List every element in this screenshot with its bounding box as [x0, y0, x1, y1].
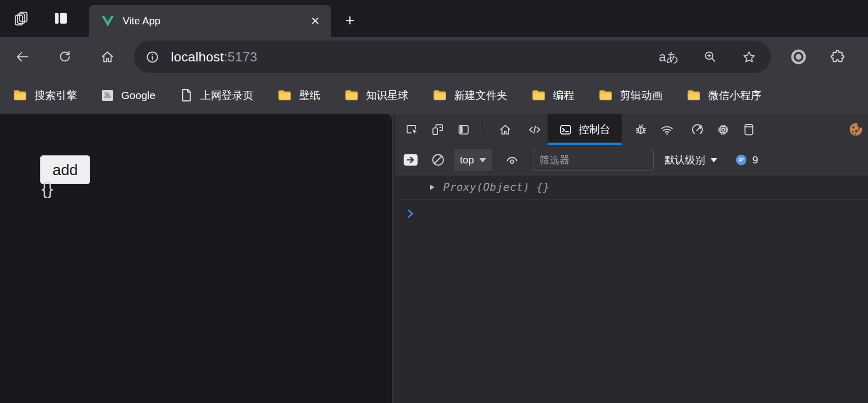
chevron-down-icon — [710, 158, 717, 162]
new-tab-button[interactable]: + — [339, 9, 361, 31]
chevron-down-icon — [479, 158, 486, 162]
home-button[interactable] — [94, 44, 121, 70]
bookmark-label: 上网登录页 — [200, 88, 254, 103]
record-extension-icon[interactable] — [790, 48, 807, 65]
cookie-icon — [848, 121, 864, 138]
javascript-context-dropdown[interactable]: top — [454, 149, 492, 171]
folder-icon — [598, 87, 613, 103]
console-prompt-row[interactable] — [395, 203, 868, 225]
stacked-pages-icon — [14, 11, 29, 26]
bookmark-item[interactable]: 搜索引擎 — [12, 87, 77, 103]
bookmark-label: 编程 — [553, 88, 574, 103]
bookmark-label: 知识星球 — [366, 88, 409, 103]
devtools-panel: 控制台 — [395, 114, 868, 403]
filter-input[interactable] — [533, 149, 654, 171]
inspect-cursor-icon — [405, 123, 419, 137]
page-viewport: add {} — [0, 114, 392, 403]
wifi-icon — [660, 122, 674, 137]
tab-application[interactable] — [740, 120, 758, 139]
tab-debugger[interactable] — [632, 120, 650, 139]
url-host: localhost — [171, 49, 224, 64]
context-value: top — [460, 154, 474, 166]
content-area: add {} — [0, 114, 868, 403]
sidebar-toggle-icon[interactable] — [50, 7, 72, 29]
braces-text: {} — [42, 179, 53, 198]
prompt-chevron-icon — [404, 207, 417, 220]
tab-welcome[interactable] — [496, 120, 514, 139]
folder-icon — [531, 87, 547, 103]
bookmark-item[interactable]: 知识星球 — [344, 87, 409, 103]
navigation-toolbar: localhost:5173 aあ — [0, 37, 868, 77]
reload-icon — [57, 49, 73, 64]
bookmark-label: 剪辑动画 — [620, 88, 663, 103]
vue-logo-icon — [101, 14, 115, 28]
extensions-puzzle-icon[interactable] — [829, 49, 846, 65]
issues-bubble-icon — [735, 153, 748, 166]
back-button[interactable] — [9, 44, 35, 70]
console-tab-label: 控制台 — [578, 122, 610, 137]
log-levels-dropdown[interactable]: 默认级别 — [665, 153, 717, 167]
tab-elements[interactable] — [525, 120, 544, 139]
bookmark-label: 微信小程序 — [708, 88, 762, 103]
firefox-view-icon[interactable] — [10, 7, 32, 29]
dock-side-button[interactable] — [454, 120, 473, 139]
devtools-tab-bar: 控制台 — [395, 114, 868, 145]
console-log-row[interactable]: Proxy(Object) {} — [395, 176, 868, 199]
tab-network[interactable] — [658, 120, 676, 139]
house-icon — [498, 123, 512, 137]
tab-title: Vite App — [123, 15, 311, 27]
google-favicon — [100, 88, 115, 103]
folder-icon — [344, 87, 359, 103]
home-icon — [100, 49, 115, 64]
tab-console-active[interactable]: 控制台 — [548, 114, 622, 145]
tab-strip: Vite App ✕ + — [0, 0, 868, 37]
bookmark-label: 壁纸 — [299, 88, 320, 103]
clear-console-icon[interactable] — [430, 152, 446, 167]
console-icon — [559, 123, 572, 137]
issues-counter[interactable]: 9 — [735, 153, 758, 166]
tab-close-icon[interactable]: ✕ — [311, 15, 320, 28]
console-output: Proxy(Object) {} — [395, 176, 868, 403]
bookmark-star-icon[interactable] — [742, 50, 756, 64]
inspect-element-button[interactable] — [403, 120, 421, 139]
code-brackets-icon — [527, 122, 542, 137]
bookmark-item[interactable]: 剪辑动画 — [598, 87, 663, 103]
page-icon — [179, 88, 194, 103]
responsive-devices-icon — [431, 123, 445, 137]
bookmarks-bar: 搜索引擎 Google 上网登录页 壁纸 知识星球 新建文件夹 编程 剪辑动画 — [0, 77, 868, 114]
zoom-in-icon[interactable] — [703, 50, 717, 64]
folder-icon — [686, 87, 702, 103]
live-expression-eye-icon[interactable] — [504, 152, 520, 167]
back-arrow-icon — [15, 49, 30, 64]
translate-icon[interactable]: aあ — [659, 51, 679, 63]
activity-bar-toggle-icon[interactable] — [402, 152, 419, 167]
bookmark-item[interactable]: 微信小程序 — [686, 87, 762, 103]
bug-icon — [634, 122, 648, 137]
tab-memory[interactable] — [714, 120, 732, 139]
url-text: localhost:5173 — [171, 49, 635, 65]
bookmark-item[interactable]: Google — [100, 88, 156, 103]
bookmark-item[interactable]: 新建文件夹 — [432, 87, 508, 103]
bookmark-label: 新建文件夹 — [454, 88, 508, 103]
site-info-icon[interactable] — [145, 50, 160, 64]
issues-count: 9 — [752, 154, 758, 166]
browser-tab[interactable]: Vite App ✕ — [89, 5, 331, 37]
cookie-extension-icon[interactable] — [847, 120, 865, 139]
device-emulation-button[interactable] — [428, 120, 447, 139]
levels-label: 默认级别 — [665, 153, 705, 167]
tab-performance[interactable] — [688, 120, 706, 139]
console-toolbar: top 默认级别 9 — [395, 145, 868, 175]
expand-triangle-icon[interactable] — [428, 184, 436, 191]
log-preview-text: Proxy(Object) {} — [443, 181, 550, 193]
bookmark-item[interactable]: 壁纸 — [277, 87, 320, 103]
folder-icon — [432, 87, 448, 103]
bookmark-item[interactable]: 编程 — [531, 87, 574, 103]
folder-icon — [277, 87, 293, 103]
sidebar-icon — [53, 11, 68, 26]
reload-button[interactable] — [52, 44, 78, 70]
panel-left-icon — [457, 123, 471, 137]
bookmark-item[interactable]: 上网登录页 — [179, 88, 254, 103]
active-tab-underline — [548, 143, 622, 145]
toolbar-separator — [481, 121, 481, 138]
url-bar[interactable]: localhost:5173 aあ — [134, 41, 771, 73]
